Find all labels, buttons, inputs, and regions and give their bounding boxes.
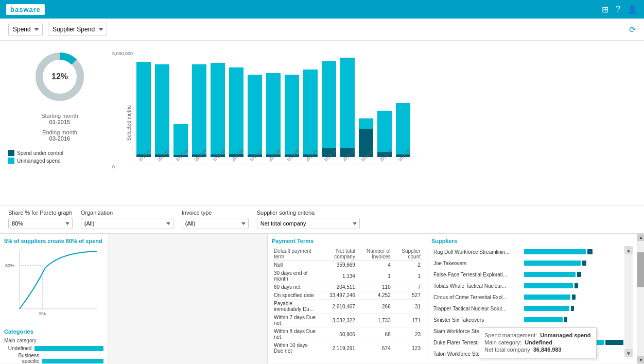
supplier-bar-fill	[524, 272, 576, 277]
controls-row: Share % for Pareto graph 80% Organizatio…	[0, 205, 644, 234]
bar-group[interactable]: 2015-02	[154, 64, 170, 164]
supplier-name-item[interactable]: False-Face Terrestial Explorati...	[431, 269, 524, 280]
supplier-bar-row	[524, 246, 624, 257]
bar-stack	[155, 64, 169, 157]
table-cell: 204,511	[320, 283, 357, 291]
supplier-name-item[interactable]: Rag Doll Workforce Streamlinin...	[431, 246, 524, 257]
table-cell: 50,906	[320, 327, 357, 341]
bar-stack	[136, 62, 151, 157]
supplier-bar-row	[524, 303, 624, 314]
bar-top	[266, 73, 281, 154]
supplier-bar-fill	[524, 261, 581, 266]
bar-top	[285, 75, 299, 154]
spend-dropdown[interactable]: Spend	[8, 23, 43, 36]
supplier-name-item[interactable]: Trapper Tactical Nucleur Solut...	[431, 303, 524, 314]
bar-group[interactable]: 2016-02	[376, 111, 393, 164]
suppliers-title: Suppliers	[431, 238, 633, 244]
grid-icon[interactable]: ⊞	[602, 5, 608, 14]
invoice-control: Invoice type (All)	[182, 210, 249, 229]
supplier-name-item[interactable]: Circus of Crime Terrestial Expl...	[431, 291, 524, 303]
table-row[interactable]: Within 10 days Due net2,119,291674123	[272, 341, 423, 355]
invoice-label: Invoice type	[182, 210, 249, 216]
help-icon[interactable]: ?	[616, 5, 620, 14]
bar-group[interactable]: 2015-06	[228, 67, 245, 164]
supplier-sort-select[interactable]: Net total company	[257, 218, 360, 229]
refresh-button[interactable]: ⟳	[629, 25, 636, 34]
tooltip-row-spend: Spend management: Unmanaged spend	[484, 332, 591, 338]
table-row[interactable]: Within 8 days Due net50,9066823	[272, 327, 423, 341]
supplier-bar-dark	[587, 249, 593, 254]
supplier-bar-dark	[571, 306, 574, 311]
svg-text:80%: 80%	[5, 263, 14, 268]
supplier-name-item[interactable]: Sinister Six Takeovers	[431, 314, 524, 325]
col-net: Net total company	[320, 247, 357, 261]
bar-group[interactable]: 2016-01	[358, 118, 374, 164]
org-select[interactable]: (All)	[81, 218, 173, 229]
table-cell: 359,669	[320, 261, 357, 269]
bar-group[interactable]: 2015-03	[172, 124, 189, 164]
bar-group[interactable]: 2015-07	[247, 75, 263, 164]
scrollbar-bottom-btn[interactable]: ▼	[637, 356, 644, 363]
supplier-name-item[interactable]: Joe Takeovers	[431, 257, 524, 269]
left-bottom: 5% of suppliers create 80% of spend 80	[0, 234, 268, 363]
invoice-select[interactable]: (All)	[182, 218, 249, 229]
bar-top	[396, 103, 410, 154]
table-cell: 1	[357, 269, 393, 283]
bar-group[interactable]: 2015-01	[135, 62, 152, 164]
table-cell: 1,733	[357, 314, 393, 327]
bar-top	[136, 62, 151, 154]
bar-group[interactable]: 2015-09	[284, 75, 300, 164]
tooltip-popup: Spend management: Unmanaged spend Main c…	[479, 327, 597, 358]
y-axis-labels: 5,000,000 0	[112, 51, 133, 169]
bar-group[interactable]: 2016-03	[395, 103, 411, 164]
tooltip-row-category: Main category: Undefined	[484, 339, 591, 345]
left-panel: 12% Starting month 01-2015 Ending month …	[8, 46, 111, 200]
supplier-bar-dark	[577, 272, 581, 277]
table-row[interactable]: Null359,66942	[272, 261, 423, 269]
table-cell: 110	[357, 283, 393, 291]
table-row[interactable]: Payable immediately Du...2,610,46726631	[272, 300, 423, 314]
supplier-spend-dropdown[interactable]: Supplier Spend	[48, 23, 107, 36]
supplier-bar-row	[524, 280, 624, 291]
table-row[interactable]: 60 days net204,5111107	[272, 283, 423, 291]
table-cell: 2	[393, 261, 423, 269]
bar-group[interactable]: 2015-05	[210, 63, 226, 164]
tooltip-net-value: 36,846,983	[533, 346, 562, 353]
bar-group[interactable]: 2015-08	[265, 73, 282, 164]
bar-group[interactable]: 2015-11	[321, 61, 337, 164]
bar-stack	[340, 58, 355, 157]
legend-color-control	[8, 150, 14, 156]
share-select[interactable]: 80%	[8, 218, 73, 229]
legend-item-control: Spend under control	[8, 150, 111, 156]
table-row[interactable]: 30 days end of month1,13411	[272, 269, 423, 283]
scroll-up-arrow[interactable]: ▲	[624, 246, 633, 254]
bar-stack	[248, 75, 262, 157]
table-cell: 23	[393, 327, 423, 341]
scroll-down-arrow[interactable]: ▼	[624, 349, 633, 357]
bottom-split: 5% of suppliers create 80% of spend 80	[0, 234, 644, 363]
user-icon[interactable]: 👤	[628, 5, 638, 14]
table-row[interactable]: Within 7 days Due net3,082,3221,733171	[272, 314, 423, 327]
supplier-name-item[interactable]: Tobias Whale Tactical Nucleur...	[431, 280, 524, 291]
supplier-bar-fill	[524, 249, 586, 254]
header: basware ⊞ ? 👤	[0, 0, 644, 19]
tooltip-spend-value: Unmanaged spend	[540, 332, 590, 338]
bar-stack	[303, 70, 318, 157]
bar-stack	[266, 73, 281, 157]
table-cell: 1	[393, 269, 423, 283]
bar-group[interactable]: 2015-10	[302, 70, 319, 164]
supplier-bar-fill	[524, 294, 570, 300]
logo: basware	[6, 4, 45, 15]
scrollbar-top-btn[interactable]: ▲	[637, 234, 644, 241]
bar-group[interactable]: 2015-12	[339, 58, 356, 164]
share-control: Share % for Pareto graph 80%	[8, 210, 73, 229]
legend-label-control: Spend under control	[17, 150, 63, 156]
right-scrollbar: ▲ ▼	[637, 234, 644, 363]
supplier-bar-dark	[564, 317, 567, 322]
bar-group[interactable]: 2015-04	[191, 64, 207, 164]
table-cell: 33,497,246	[320, 291, 357, 300]
table-cell: 60 days net	[272, 283, 320, 291]
table-row[interactable]: On specified date33,497,2464,252527	[272, 291, 423, 300]
table-cell: Null	[272, 261, 320, 269]
supplier-bar-dark	[575, 283, 578, 288]
